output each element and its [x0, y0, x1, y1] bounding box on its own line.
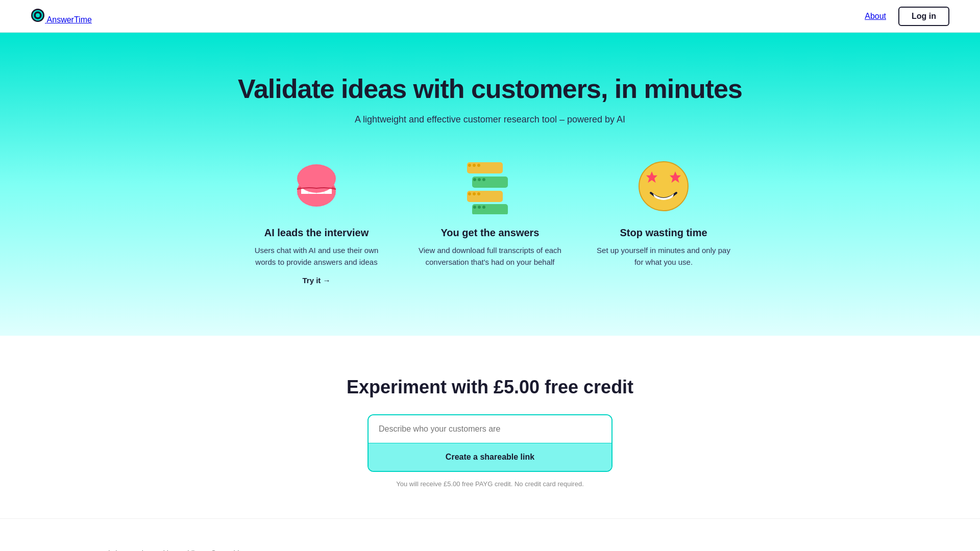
hero-section: Validate ideas with customers, in minute… [0, 33, 980, 336]
about-link[interactable]: About [865, 12, 886, 21]
feature-answers-title: You get the answers [440, 227, 539, 239]
star-emoji-icon [633, 156, 694, 217]
svg-point-24 [478, 206, 481, 209]
feature-answers: You get the answers View and download fu… [419, 156, 561, 285]
experiment-form: Create a shareable link [368, 414, 612, 472]
svg-point-23 [473, 206, 476, 209]
feature-ai-title: AI leads the interview [264, 227, 369, 239]
mouth-illustration [288, 158, 345, 214]
svg-point-21 [477, 192, 480, 195]
svg-point-17 [482, 178, 485, 181]
svg-rect-10 [467, 162, 503, 173]
feature-answers-desc: View and download full transcripts of ea… [419, 245, 561, 268]
hero-subtitle: A lightweight and effective customer res… [31, 114, 949, 125]
svg-point-20 [473, 192, 476, 195]
experiment-note: You will receive £5.00 free PAYG credit.… [31, 480, 949, 488]
logo[interactable]: AnswerTime [31, 8, 92, 24]
logo-icon [31, 8, 45, 22]
emoji-illustration [635, 158, 692, 214]
try-it-link[interactable]: Try it → [302, 276, 330, 285]
svg-point-12 [473, 164, 476, 167]
svg-rect-14 [472, 177, 508, 188]
svg-rect-22 [472, 204, 508, 214]
feature-ai-leads: AI leads the interview Users chat with A… [245, 156, 388, 285]
customer-description-input[interactable] [369, 415, 611, 443]
login-button[interactable]: Log in [898, 7, 949, 26]
feature-stop-wasting: Stop wasting time Set up yourself in min… [592, 156, 735, 285]
mouth-icon [286, 156, 347, 217]
chat-illustration [462, 158, 518, 214]
experiment-section: Experiment with £5.00 free credit Create… [0, 336, 980, 518]
features-row: AI leads the interview Users chat with A… [31, 156, 949, 285]
nav-right: About Log in [865, 7, 949, 26]
svg-point-11 [468, 164, 471, 167]
create-link-button[interactable]: Create a shareable link [369, 443, 611, 471]
footer: We are currently in Beta, bear with us w… [0, 518, 980, 551]
feature-stop-desc: Set up yourself in minutes and only pay … [592, 245, 735, 268]
logo-text: AnswerTime [47, 15, 92, 24]
svg-point-25 [482, 206, 485, 209]
svg-rect-18 [467, 191, 503, 202]
navbar: AnswerTime About Log in [0, 0, 980, 33]
svg-point-16 [478, 178, 481, 181]
svg-point-2 [36, 13, 40, 17]
feature-ai-desc: Users chat with AI and use their own wor… [245, 245, 388, 268]
svg-point-19 [468, 192, 471, 195]
experiment-title: Experiment with £5.00 free credit [31, 377, 949, 398]
svg-point-13 [477, 164, 480, 167]
hero-title: Validate ideas with customers, in minute… [31, 73, 949, 104]
svg-point-15 [473, 178, 476, 181]
feature-stop-title: Stop wasting time [620, 227, 707, 239]
chat-bubbles-icon [459, 156, 521, 217]
